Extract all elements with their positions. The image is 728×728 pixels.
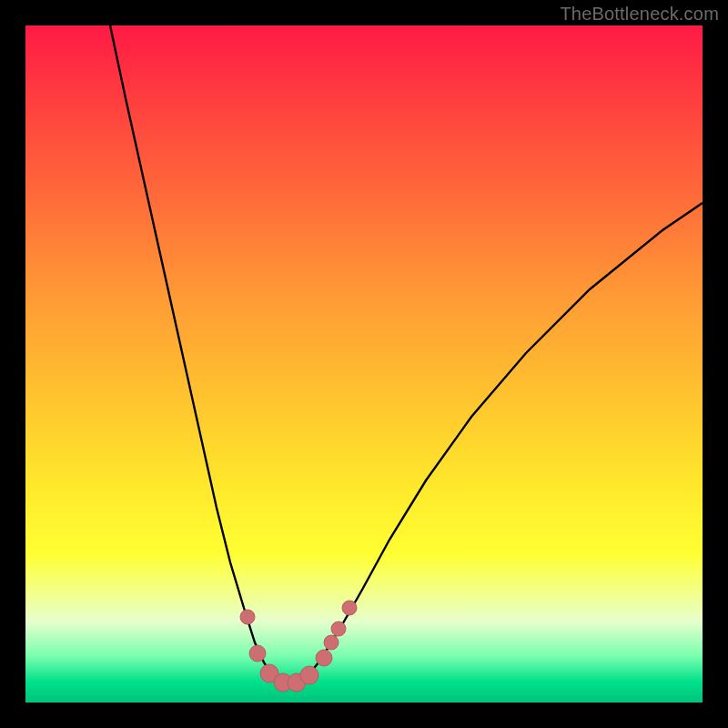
bottleneck-curve-svg bbox=[25, 25, 703, 703]
curve-marker bbox=[316, 650, 332, 666]
curve-marker bbox=[249, 645, 266, 662]
curve-markers bbox=[240, 601, 357, 692]
curve-marker bbox=[240, 610, 255, 624]
watermark-text: TheBottleneck.com bbox=[560, 4, 719, 25]
chart-frame: TheBottleneck.com bbox=[0, 0, 728, 728]
curve-marker bbox=[324, 635, 339, 650]
curve-marker bbox=[300, 666, 318, 684]
chart-plot-area bbox=[25, 25, 703, 703]
curve-marker bbox=[331, 622, 346, 636]
bottleneck-curve-path bbox=[110, 25, 703, 684]
curve-marker bbox=[342, 601, 357, 615]
